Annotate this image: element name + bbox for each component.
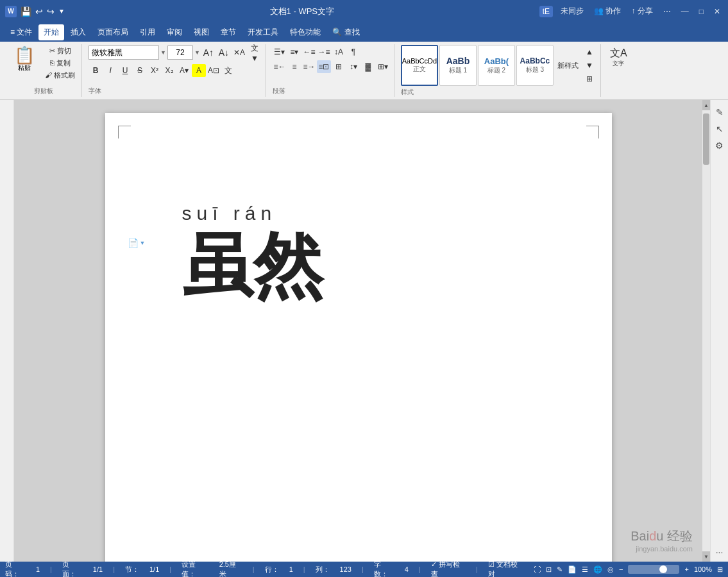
font-border-btn[interactable]: A⊡: [207, 64, 221, 77]
menu-start[interactable]: 开始: [38, 24, 64, 40]
menu-search[interactable]: 🔍 查找: [327, 24, 364, 40]
align-justify-btn[interactable]: ≡⊡: [317, 60, 331, 73]
pencil-tool-btn[interactable]: ✎: [713, 105, 727, 119]
style-scroll-up[interactable]: ▲: [582, 46, 597, 58]
overflow-btn[interactable]: ⋯: [661, 6, 673, 17]
filter-tool-btn[interactable]: ⚙: [713, 138, 727, 153]
paste-button[interactable]: 📋 粘贴: [9, 46, 40, 74]
vertical-scrollbar[interactable]: ▲ ▼: [702, 100, 710, 562]
fullscreen-btn[interactable]: ⛶: [534, 565, 541, 573]
floating-doc-icon[interactable]: 📄 ▼: [128, 238, 146, 248]
style-heading3[interactable]: AaBbCc 标题 3: [516, 45, 554, 86]
quick-access-save[interactable]: 💾: [21, 6, 31, 17]
sort-btn[interactable]: ↕A: [332, 46, 346, 58]
quick-access-redo[interactable]: ↪: [47, 6, 55, 17]
menu-view[interactable]: 视图: [189, 24, 214, 40]
menu-reference[interactable]: 引用: [135, 24, 160, 40]
text-section: 文A 文字: [604, 44, 634, 97]
page-view-btn[interactable]: ⊡: [546, 565, 552, 574]
status-doc-check[interactable]: ☑ 文档校对: [488, 560, 523, 577]
font-size-increase[interactable]: A↑: [201, 46, 216, 59]
collab-btn[interactable]: 👥 协作: [591, 4, 623, 18]
outline-btn[interactable]: ☰: [582, 565, 588, 574]
underline-button[interactable]: U: [118, 64, 132, 77]
cursor-tool-btn[interactable]: ↖: [713, 122, 727, 136]
style-expand[interactable]: ⊞: [582, 72, 597, 85]
menu-pagelayout[interactable]: 页面布局: [92, 24, 133, 40]
more-tools-btn[interactable]: ···: [713, 545, 727, 559]
align-distribute-btn[interactable]: ⊞: [332, 60, 346, 73]
font-name-dropdown[interactable]: ▼: [160, 49, 166, 56]
highlight-btn[interactable]: A: [192, 64, 206, 77]
status-spell-check[interactable]: ✓ 拼写检查: [431, 560, 466, 577]
style-heading1[interactable]: AaBb 标题 1: [439, 45, 477, 86]
zoom-minus-btn[interactable]: −: [619, 565, 623, 573]
minimize-btn[interactable]: —: [679, 6, 691, 17]
clipboard-section: 📋 粘贴 ✂ 剪切 ⎘ 复制 🖌 格式刷 剪贴板: [5, 44, 82, 97]
menu-dev[interactable]: 开发工具: [242, 24, 284, 40]
scroll-thumb[interactable]: [703, 113, 709, 165]
status-separator-1: |: [50, 565, 52, 573]
text-tool-btn[interactable]: 文A 文字: [607, 47, 630, 69]
subscript-button[interactable]: X₂: [162, 64, 176, 77]
style-h1-preview: AaBb: [446, 56, 470, 66]
sync-btn[interactable]: 未同步: [558, 4, 586, 18]
font-name-input[interactable]: [89, 46, 159, 60]
menu-file[interactable]: ≡ 文件: [5, 24, 37, 40]
cut-button[interactable]: ✂ 剪切: [42, 46, 78, 56]
read-btn[interactable]: 📄: [568, 565, 577, 574]
align-center-btn[interactable]: ≡: [287, 60, 301, 73]
menu-insert[interactable]: 插入: [65, 24, 91, 40]
fit-page-btn[interactable]: ⊞: [717, 565, 723, 574]
show-marks-btn[interactable]: ¶: [346, 46, 360, 58]
focus-btn[interactable]: ◎: [607, 565, 614, 574]
zoom-slider[interactable]: [628, 565, 679, 574]
menu-chapter[interactable]: 章节: [216, 24, 241, 40]
menu-review[interactable]: 审阅: [162, 24, 187, 40]
font-color-btn[interactable]: A▾: [177, 64, 191, 77]
indent-decrease-btn[interactable]: ←≡: [302, 46, 316, 58]
scroll-down-btn[interactable]: ▼: [702, 551, 710, 562]
share-btn[interactable]: ↑ 分享: [629, 4, 655, 18]
status-settings-val: 2.5厘米: [219, 560, 242, 577]
document-area[interactable]: 📄 ▼ suī rán 虽然 Baidu 经验 jingyan.baidu.co…: [14, 100, 702, 562]
borders-btn[interactable]: ⊞▾: [376, 60, 390, 73]
shading-btn[interactable]: ▓: [361, 60, 375, 73]
paragraph-section: ☰▾ ≡▾ ←≡ →≡ ↕A ¶ ≡← ≡ ≡→ ≡⊡ ⊞ ↕▾ ▓ ⊞▾ 段落: [269, 44, 394, 97]
style-normal[interactable]: AaBbCcDd 正文: [401, 45, 438, 86]
maximize-btn[interactable]: □: [697, 6, 706, 17]
unordered-list-btn[interactable]: ☰▾: [273, 46, 287, 58]
indent-increase-btn[interactable]: →≡: [317, 46, 331, 58]
close-btn[interactable]: ✕: [711, 6, 723, 17]
menu-special[interactable]: 特色功能: [285, 24, 326, 40]
font-size-decrease[interactable]: A↓: [217, 46, 231, 59]
superscript-button[interactable]: X²: [148, 64, 162, 77]
align-right-btn[interactable]: ≡→: [302, 60, 316, 73]
web-btn[interactable]: 🌐: [593, 565, 602, 574]
font-size-input[interactable]: [167, 46, 193, 60]
line-spacing-btn[interactable]: ↕▾: [346, 60, 360, 73]
font-size-dropdown[interactable]: ▼: [194, 49, 200, 56]
align-left-btn[interactable]: ≡←: [273, 60, 287, 73]
italic-button[interactable]: I: [103, 64, 117, 77]
bold-button[interactable]: B: [89, 64, 103, 77]
format-painter-button[interactable]: 🖌 格式刷: [42, 70, 78, 81]
style-heading2[interactable]: AaBb( 标题 2: [478, 45, 515, 86]
scroll-up-btn[interactable]: ▲: [702, 100, 710, 110]
quick-access-undo[interactable]: ↩: [35, 6, 43, 17]
customize-quick[interactable]: ▼: [58, 8, 65, 15]
overflow-tools-btn[interactable]: ···: [713, 545, 727, 559]
font-options-btn[interactable]: 文▼: [248, 46, 262, 59]
edit-btn[interactable]: ✎: [557, 565, 563, 574]
strikethrough-button[interactable]: S: [133, 64, 147, 77]
format-buttons-row: B I U S X² X₂ A▾ A A⊡ 文: [89, 64, 262, 77]
text-content-area[interactable]: suī rán 虽然: [182, 203, 548, 305]
style-scroll-down[interactable]: ▼: [582, 59, 597, 72]
scroll-track[interactable]: [702, 110, 710, 551]
clear-format-btn[interactable]: ✕A: [232, 46, 246, 59]
zoom-plus-btn[interactable]: +: [684, 565, 688, 573]
phonetic-btn[interactable]: 文: [221, 64, 235, 77]
new-style-btn[interactable]: 新样式: [555, 60, 581, 71]
ordered-list-btn[interactable]: ≡▾: [287, 46, 301, 58]
copy-button[interactable]: ⎘ 复制: [42, 58, 78, 69]
